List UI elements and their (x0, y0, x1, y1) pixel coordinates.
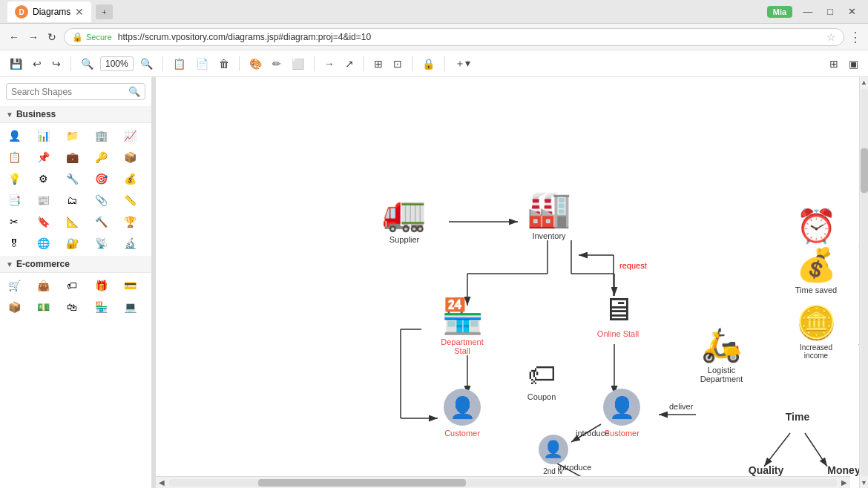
icon-box[interactable]: 📦 (120, 148, 139, 167)
icon-news[interactable]: 📰 (33, 191, 53, 210)
supplier-node[interactable]: 🚛 Supplier (371, 192, 438, 244)
icon-bookmark[interactable]: 🔖 (33, 212, 53, 231)
icon-shopping[interactable]: 🛍 (62, 297, 82, 317)
copy-button[interactable]: 📋 (169, 56, 189, 72)
canvas-wrapper[interactable]: request deliver introduce introduce (156, 77, 859, 488)
money-node[interactable]: Money (820, 464, 859, 476)
icon-key[interactable]: 🔑 (91, 148, 111, 167)
icon-store[interactable]: 🏪 (91, 297, 111, 317)
logistic-node[interactable]: 🛵 LogisticDepartment (686, 326, 757, 383)
back-button[interactable]: ← (6, 30, 22, 44)
time-node[interactable]: Time (775, 411, 820, 423)
icon-dollar[interactable]: 💵 (33, 297, 53, 317)
scroll-left-button[interactable]: ◀ (156, 478, 168, 487)
bottom-scrollbar[interactable]: ◀ ▶ (156, 476, 850, 488)
maximize-button[interactable]: □ (823, 6, 838, 17)
customer2-node[interactable]: 👤 Customer (588, 389, 655, 438)
icon-microscope[interactable]: 🔬 (120, 234, 139, 253)
vertical-scrollbar-thumb[interactable] (861, 148, 868, 193)
icon-pin[interactable]: 📌 (33, 148, 53, 167)
horizontal-scrollbar-track[interactable] (169, 479, 837, 487)
icon-building[interactable]: 🏢 (91, 126, 111, 145)
add-button[interactable]: ＋▾ (451, 55, 474, 73)
vertical-scrollbar-track[interactable] (861, 89, 868, 476)
group-button[interactable]: ⊡ (389, 56, 406, 72)
redo-button[interactable]: ↪ (48, 56, 65, 72)
scroll-down-button[interactable]: ▼ (859, 478, 868, 488)
new-tab-button[interactable]: + (96, 4, 112, 19)
bookmark-icon[interactable]: ☆ (826, 31, 836, 43)
icon-shield[interactable]: 🔐 (62, 234, 82, 253)
online-stall-node[interactable]: 🖥 Online Stall (585, 291, 651, 338)
icon-chart[interactable]: 📊 (33, 126, 53, 145)
quality-node[interactable]: Quality (742, 464, 790, 476)
search-box[interactable]: 🔍 (6, 83, 145, 100)
zoom-in-button[interactable]: 🔍 (77, 56, 97, 72)
icon-files[interactable]: 🗂 (62, 191, 82, 210)
dept-stall-node[interactable]: 🏪 DepartmentStall (429, 296, 496, 355)
minimize-button[interactable]: — (798, 6, 817, 17)
icon-trophy[interactable]: 🏆 (120, 212, 139, 231)
forward-button[interactable]: → (25, 30, 42, 44)
pen-button[interactable]: ✏ (269, 56, 285, 72)
panel-toggle-button[interactable]: ▣ (845, 56, 862, 72)
vertical-scrollbar[interactable]: ▲ ▼ (859, 77, 868, 488)
icon-wrench[interactable]: 🔧 (62, 169, 82, 188)
icon-paperclip[interactable]: 📎 (91, 191, 111, 210)
coupon-node[interactable]: 🏷 Coupon (512, 359, 571, 401)
icon-card[interactable]: 💳 (120, 276, 139, 295)
icon-target[interactable]: 🎯 (91, 169, 111, 188)
time-saved-node[interactable]: ⏰💰 Time saved (783, 207, 849, 294)
browser-menu-icon[interactable]: ⋮ (849, 29, 862, 45)
icon-globe[interactable]: 🌐 (33, 234, 53, 253)
scroll-right-button[interactable]: ▶ (838, 478, 850, 487)
icon-graph[interactable]: 📈 (120, 126, 139, 145)
category-business[interactable]: ▼ Business (0, 106, 151, 123)
icon-clipboard[interactable]: 📋 (4, 148, 24, 167)
delete-button[interactable]: 🗑 (215, 56, 233, 72)
icon-satellite[interactable]: 📡 (91, 234, 111, 253)
horizontal-scrollbar-thumb[interactable] (258, 479, 466, 487)
icon-doc[interactable]: 📑 (4, 191, 24, 210)
category-ecommerce[interactable]: ▼ E-commerce (0, 256, 151, 273)
zoom-out-button[interactable]: 🔍 (137, 56, 157, 72)
increased-income-node[interactable]: 🪙 Increasedincome (783, 303, 849, 360)
icon-bulb[interactable]: 💡 (4, 169, 24, 188)
save-button[interactable]: 💾 (6, 56, 26, 72)
icon-hammer[interactable]: 🔨 (91, 212, 111, 231)
page-button[interactable]: 📄 (192, 56, 212, 72)
scroll-up-button[interactable]: ▲ (859, 77, 868, 88)
icon-scissors[interactable]: ✂ (4, 212, 24, 231)
icon-person[interactable]: 👤 (4, 126, 24, 145)
icon-tag[interactable]: 🏷 (62, 276, 82, 295)
split-view-button[interactable]: ⊞ (826, 56, 842, 72)
fill-button[interactable]: 🎨 (246, 56, 266, 72)
icon-money[interactable]: 💰 (120, 169, 139, 188)
icon-gift[interactable]: 🎁 (91, 276, 111, 295)
inventory-node[interactable]: 🏭 Inventory (516, 188, 582, 240)
lock-button[interactable]: 🔒 (418, 56, 438, 72)
icon-triangle[interactable]: 📐 (62, 212, 82, 231)
shape-button[interactable]: ⬜ (288, 56, 308, 72)
icon-cart[interactable]: 🛒 (4, 276, 24, 295)
undo-button[interactable]: ↩ (29, 56, 45, 72)
arrow-button[interactable]: → (320, 56, 338, 72)
icon-laptop[interactable]: 💻 (120, 297, 139, 317)
icon-briefcase[interactable]: 💼 (62, 148, 82, 167)
icon-package[interactable]: 📦 (4, 297, 24, 317)
icon-ruler[interactable]: 📏 (120, 191, 139, 210)
search-shapes-input[interactable] (11, 87, 125, 97)
canvas[interactable]: request deliver introduce introduce (156, 77, 859, 488)
zoom-level[interactable]: 100% (100, 56, 134, 71)
icon-medal[interactable]: 🎖 (4, 234, 24, 253)
icon-gear[interactable]: ⚙ (33, 169, 53, 188)
waypoint-button[interactable]: ↗ (341, 56, 358, 72)
customer1-node[interactable]: 👤 Customer (429, 389, 496, 438)
refresh-button[interactable]: ↻ (45, 30, 59, 44)
close-tab-button[interactable]: ✕ (75, 6, 84, 18)
url-bar[interactable]: 🔒 Secure https://scrum.vpository.com/dia… (64, 28, 844, 46)
icon-folder[interactable]: 📁 (62, 126, 82, 145)
close-window-button[interactable]: ✕ (844, 6, 861, 17)
sidebar-scroll[interactable]: ▼ Business 👤 📊 📁 🏢 📈 📋 📌 💼 🔑 📦 💡 ⚙ 🔧 🎯 💰 (0, 106, 151, 488)
browser-tab[interactable]: D Diagrams ✕ (7, 1, 91, 22)
